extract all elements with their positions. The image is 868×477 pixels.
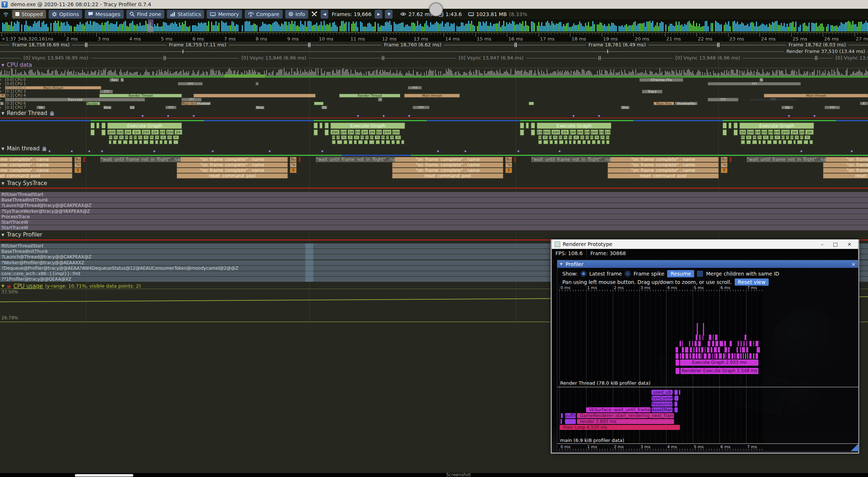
- profiler-zone-chip[interactable]: [740, 353, 742, 359]
- cpu-data-header[interactable]: ▼CPU data: [1, 62, 32, 68]
- bottom-bar-segment[interactable]: [75, 474, 133, 477]
- pass-zone-chip[interactable]: pas: [107, 130, 116, 135]
- zone-chip[interactable]: [83, 157, 85, 162]
- profiler-zone-chip[interactable]: [711, 347, 713, 353]
- sub-zone-chip[interactable]: m: [781, 135, 785, 139]
- sub-zone-chip[interactable]: m: [746, 135, 752, 139]
- sub-zone-chip[interactable]: m: [553, 135, 558, 139]
- leaf-zone-chip[interactable]: [118, 140, 121, 144]
- sub-zone-chip[interactable]: m: [348, 135, 353, 139]
- on-frame-complete-zone[interactable]: "on_frame_complete" . name: [608, 168, 719, 173]
- stack-frame-row[interactable]: ?Launch@Thread@tracy@@CAKPEAX@Z: [0, 203, 868, 208]
- on-frame-complete-zone[interactable]: "on_frame_complete" . name: [177, 168, 288, 173]
- stack-frame-row[interactable]: StartTraceW: [0, 225, 868, 230]
- zone-chip[interactable]: [102, 123, 106, 128]
- sub-zone-chip[interactable]: m: [173, 135, 179, 139]
- sub-zone-chip[interactable]: m: [594, 135, 599, 139]
- frame-label-row[interactable]: Frame 18,758 (6.69 ms)Frame 18,759 (7.11…: [0, 42, 868, 48]
- sub-zone-chip[interactable]: m: [167, 135, 172, 139]
- leaf-zone-chip[interactable]: [164, 140, 167, 144]
- leaf-zone-chip[interactable]: [565, 140, 567, 144]
- profiler-zone-chip[interactable]: [696, 335, 697, 340]
- leaf-zone-chip[interactable]: [358, 140, 363, 144]
- on-frame-complete-zone[interactable]: "on_frame_complete" . name: [177, 157, 288, 162]
- cpu-zone-chip[interactable]: ???: [708, 82, 801, 86]
- zone-chip[interactable]: [96, 123, 99, 128]
- sub-zone-chip[interactable]: m: [569, 135, 572, 139]
- profiler-zone-chip[interactable]: [699, 335, 700, 340]
- cpu-zone-chip[interactable]: [529, 102, 534, 105]
- profiler-zone-bar[interactable]: [676, 368, 680, 374]
- sub-zone-chip[interactable]: m: [365, 135, 369, 139]
- cpu-row[interactable]: SysSETracing (TraS[0:0] CPU 0: [0, 78, 868, 82]
- leaf-zone-chip[interactable]: [606, 140, 609, 144]
- leaf-zone-chip[interactable]: [376, 140, 380, 144]
- cpu-row[interactable]: ??????[0:0] CPU 1: [0, 82, 868, 86]
- memory-button[interactable]: Memory: [207, 10, 242, 19]
- frame-label[interactable]: Frame 18,760 (6.62 ms): [382, 42, 444, 47]
- pass-zone-chip[interactable]: pa: [537, 130, 542, 135]
- leaf-zone-chip[interactable]: [597, 140, 600, 144]
- leaf-zone-chip[interactable]: [804, 140, 808, 144]
- profiler-zone-bar[interactable]: ResourceM: [651, 401, 673, 407]
- leaf-zone-chip[interactable]: [582, 140, 586, 144]
- messages-button[interactable]: Messages: [85, 10, 124, 19]
- leaf-zone-chip[interactable]: [144, 140, 148, 144]
- sub-zone-chip[interactable]: m: [336, 135, 340, 139]
- profiler-zone-bar[interactable]: GameRenderer::start_rendering_next_frame…: [577, 413, 674, 418]
- leaf-zone-chip[interactable]: [123, 140, 128, 144]
- options-button[interactable]: Options: [49, 10, 82, 19]
- cpu-zone-chip[interactable]: ETracing (Tra: [639, 78, 683, 82]
- pass-zone-chip[interactable]: pas: [551, 130, 561, 135]
- profiler-zone-bar[interactable]: [674, 396, 678, 401]
- pass-zone-chip[interactable]: pa: [348, 130, 354, 135]
- pass-zone-chip[interactable]: pas: [340, 130, 347, 135]
- profiler-zone-chip[interactable]: [753, 353, 755, 359]
- profiler-zone-chip[interactable]: [708, 341, 711, 346]
- pass-zone-chip[interactable]: pas: [383, 130, 391, 135]
- profiler-zone-chip[interactable]: [718, 347, 720, 353]
- profiler-zone-chip[interactable]: [738, 341, 739, 346]
- sub-zone-chip[interactable]: m: [160, 135, 166, 139]
- pass-zone-chip[interactable]: pa: [376, 130, 382, 135]
- prev-frame-button[interactable]: ◀: [321, 10, 328, 19]
- zone-chip[interactable]: Bu: [290, 157, 297, 162]
- zone-chip[interactable]: [531, 130, 535, 135]
- profiler-zone-chip[interactable]: [696, 353, 697, 359]
- leaf-zone-chip[interactable]: [762, 140, 766, 144]
- profiler-zone-chip[interactable]: [696, 347, 697, 353]
- cpu-zone-chip[interactable]: [194, 94, 316, 97]
- pass-zone-chip[interactable]: pas: [570, 130, 577, 135]
- pass-zone-chip[interactable]: pa: [361, 130, 368, 135]
- sub-zone-chip[interactable]: m: [354, 135, 359, 139]
- pass-zone-chip[interactable]: pas: [142, 130, 150, 135]
- cpu-zone-chip[interactable]: Shac: [256, 106, 264, 109]
- zone-chip[interactable]: [299, 157, 301, 162]
- stack-frame-row[interactable]: RtlUserThreadStart: [0, 192, 868, 197]
- profiler-zone-chip[interactable]: [682, 353, 684, 359]
- zone-chip[interactable]: "n: [290, 162, 297, 168]
- render-thread-header[interactable]: ▼Render Thread: [1, 110, 54, 116]
- leaf-zone-chip[interactable]: [354, 140, 356, 144]
- profiler-zone-bar[interactable]: [561, 413, 563, 418]
- sub-zone-chip[interactable]: m: [332, 135, 335, 139]
- cpu-zone-chip[interactable]: Render Thread: [99, 94, 182, 97]
- profiler-zone-chip[interactable]: [728, 353, 730, 359]
- profiler-zone-chip[interactable]: [746, 347, 748, 353]
- pass-zone-chip[interactable]: pas: [781, 130, 790, 135]
- next-frame-button[interactable]: ▶: [375, 10, 382, 19]
- connection-button[interactable]: [2, 10, 9, 19]
- sub-zone-chip[interactable]: m: [790, 135, 794, 139]
- cpu-zone-chip[interactable]: S: [0, 102, 4, 105]
- profiler-zone-bar[interactable]: [674, 407, 678, 412]
- cpu-zone-chip[interactable]: Tracy: [642, 90, 662, 93]
- collapse-arrow-icon[interactable]: ▼: [1, 181, 4, 185]
- pass-zone-chip[interactable]: pa: [132, 130, 141, 135]
- leaf-zone-chip[interactable]: [783, 140, 786, 144]
- zone-chip[interactable]: [531, 123, 535, 128]
- cpu-usage-header[interactable]: ▼CPU usage(y-range: 10.71%, visible data…: [1, 283, 141, 289]
- time-ruler[interactable]: +1:37 349,320,161ns2 ms3 ms4 ms5 ms6 ms7…: [0, 33, 868, 42]
- profiler-zone-chip[interactable]: [699, 347, 700, 353]
- profiler-zone-chip[interactable]: [689, 353, 691, 359]
- zone-chip[interactable]: [320, 123, 322, 128]
